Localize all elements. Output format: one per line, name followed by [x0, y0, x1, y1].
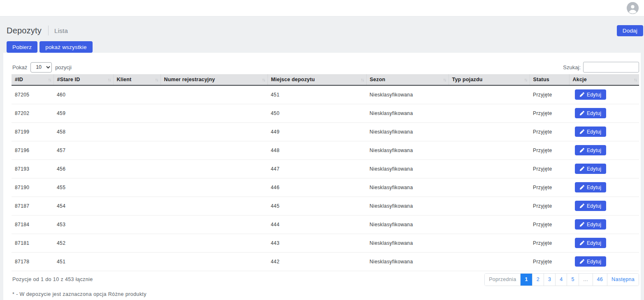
cell-numer — [160, 122, 267, 141]
cell-typ — [449, 159, 530, 178]
cell-miejsce: 447 — [267, 159, 366, 178]
edit-button[interactable]: Edytuj — [575, 219, 606, 230]
cell-numer — [160, 85, 267, 104]
edit-button-label: Edytuj — [587, 240, 601, 246]
column-header-akcje[interactable]: Akcje↑↓ — [569, 74, 639, 85]
cell-akcje: Edytuj — [569, 122, 639, 141]
cell-typ — [449, 178, 530, 197]
column-header-stare_id[interactable]: #Stare ID↑↓ — [53, 74, 113, 85]
cell-klient — [113, 215, 160, 234]
cell-miejsce: 449 — [267, 122, 366, 141]
cell-miejsce: 444 — [267, 215, 366, 234]
cell-akcje: Edytuj — [569, 85, 639, 104]
cell-stare_id: 459 — [53, 104, 113, 122]
cell-id: 87199 — [12, 122, 53, 141]
cell-typ — [449, 104, 530, 122]
cell-sezon: Niesklasyfikowana — [366, 122, 449, 141]
table-header-row: #ID↑↓#Stare ID↑↓Klient↑↓Numer rejestracy… — [12, 74, 639, 85]
edit-button-label: Edytuj — [587, 166, 601, 172]
column-header-typ[interactable]: Typ pojazdu↑↓ — [449, 74, 530, 85]
cell-typ — [449, 141, 530, 159]
edit-button[interactable]: Edytuj — [575, 89, 606, 100]
cell-akcje: Edytuj — [569, 159, 639, 178]
cell-sezon: Niesklasyfikowana — [366, 159, 449, 178]
cell-typ — [449, 85, 530, 104]
cell-status: Przyjęte — [530, 178, 569, 197]
column-header-sezon[interactable]: Sezon↑↓ — [366, 74, 449, 85]
cell-status: Przyjęte — [530, 252, 569, 271]
download-button[interactable]: Pobierz — [7, 41, 37, 53]
cell-numer — [160, 104, 267, 122]
user-avatar-icon — [627, 2, 639, 14]
edit-button[interactable]: Edytuj — [575, 201, 606, 211]
cell-sezon: Niesklasyfikowana — [366, 178, 449, 197]
cell-sezon: Niesklasyfikowana — [366, 85, 449, 104]
page-length-control: Pokaż 10 pozycji — [12, 62, 72, 73]
cell-id: 87181 — [12, 234, 53, 252]
table-row: 87202459450NiesklasyfikowanaPrzyjęteEdyt… — [12, 104, 639, 122]
column-header-klient[interactable]: Klient↑↓ — [113, 74, 160, 85]
cell-typ — [449, 122, 530, 141]
user-avatar[interactable] — [627, 2, 639, 14]
search-label: Szukaj: — [563, 64, 581, 70]
cell-miejsce: 442 — [267, 252, 366, 271]
edit-button[interactable]: Edytuj — [575, 145, 606, 155]
pagination-info: Pozycje od 1 do 10 z 453 łącznie — [12, 277, 93, 282]
cell-id: 87178 — [12, 252, 53, 271]
sort-icon: ↑↓ — [634, 77, 637, 82]
cell-miejsce: 450 — [267, 104, 366, 122]
edit-button-label: Edytuj — [587, 110, 601, 116]
cell-klient — [113, 122, 160, 141]
search-control: Szukaj: — [563, 62, 639, 73]
cell-klient — [113, 234, 160, 252]
cell-stare_id: 454 — [53, 197, 113, 215]
column-header-numer[interactable]: Numer rejestracyjny↑↓ — [160, 74, 267, 85]
pencil-icon — [580, 166, 584, 171]
sort-icon: ↑↓ — [108, 77, 111, 82]
cell-status: Przyjęte — [530, 215, 569, 234]
cell-status: Przyjęte — [530, 85, 569, 104]
cell-akcje: Edytuj — [569, 141, 639, 159]
cell-stare_id: 452 — [53, 234, 113, 252]
edit-button[interactable]: Edytuj — [575, 182, 606, 192]
cell-sezon: Niesklasyfikowana — [366, 234, 449, 252]
pencil-icon — [580, 129, 584, 134]
table-row: 87181452443NiesklasyfikowanaPrzyjęteEdyt… — [12, 234, 639, 252]
cell-sezon: Niesklasyfikowana — [366, 141, 449, 159]
cell-akcje: Edytuj — [569, 215, 639, 234]
cell-klient — [113, 85, 160, 104]
pagination-page-5[interactable]: 5 — [567, 274, 578, 286]
edit-button[interactable]: Edytuj — [575, 256, 606, 267]
edit-button[interactable]: Edytuj — [575, 164, 606, 174]
column-header-miejsce[interactable]: Miejsce depozytu↑↓ — [267, 74, 366, 85]
cell-id: 87202 — [12, 104, 53, 122]
edit-button-label: Edytuj — [587, 185, 601, 190]
column-header-id[interactable]: #ID↑↓ — [12, 74, 53, 85]
cell-stare_id: 460 — [53, 85, 113, 104]
table-row: 87199458449NiesklasyfikowanaPrzyjęteEdyt… — [12, 122, 639, 141]
pagination-page-46[interactable]: 46 — [593, 274, 607, 286]
pagination-previous[interactable]: Poprzednia — [485, 274, 520, 286]
search-input[interactable] — [583, 62, 639, 73]
cell-klient — [113, 252, 160, 271]
edit-button-label: Edytuj — [587, 129, 601, 135]
pagination-page-1[interactable]: 1 — [520, 274, 532, 286]
cell-status: Przyjęte — [530, 159, 569, 178]
pagination-next[interactable]: Następna — [607, 274, 639, 286]
cell-sezon: Niesklasyfikowana — [366, 104, 449, 122]
cell-numer — [160, 178, 267, 197]
table-row: 87193456447NiesklasyfikowanaPrzyjęteEdyt… — [12, 159, 639, 178]
show-all-button[interactable]: pokaż wszystkie — [40, 41, 93, 53]
pagination-page-4[interactable]: 4 — [555, 274, 567, 286]
cell-stare_id: 458 — [53, 122, 113, 141]
edit-button[interactable]: Edytuj — [575, 108, 606, 118]
cell-typ — [449, 197, 530, 215]
pagination-page-3[interactable]: 3 — [544, 274, 555, 286]
pagination-page-2[interactable]: 2 — [532, 274, 544, 286]
edit-button[interactable]: Edytuj — [575, 238, 606, 248]
edit-button[interactable]: Edytuj — [575, 127, 606, 137]
edit-button-label: Edytuj — [587, 92, 601, 98]
cell-numer — [160, 197, 267, 215]
add-button[interactable]: Dodaj — [617, 25, 643, 36]
page-length-select[interactable]: 10 — [30, 62, 52, 73]
